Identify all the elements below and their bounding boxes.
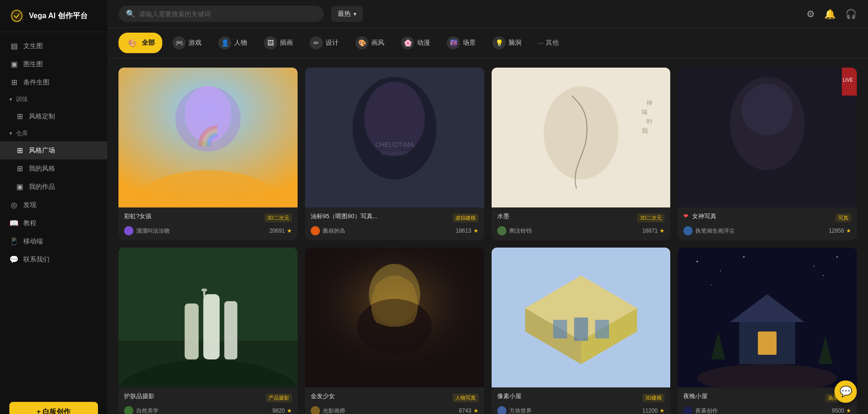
sidebar-item-image-to-image[interactable]: ▣ 图生图 [0,55,107,73]
sidebar-item-style-plaza[interactable]: ⊞ 风格广场 [0,141,107,159]
author-name-3: 阁法铃铛 [509,227,532,235]
author-name-7: 方块世界 [509,407,532,414]
sidebar-section-warehouse[interactable]: ▾ 仓库 [0,125,107,141]
svg-point-46 [837,256,838,258]
sidebar-label-discover: 发现 [23,201,36,209]
category-scene[interactable]: 🌆 场景 [440,34,482,52]
star-icon-8: ★ [846,407,851,414]
create-button[interactable]: + 白板创作 [9,402,98,414]
svg-rect-40 [595,320,609,338]
svg-rect-39 [574,317,588,341]
svg-rect-27 [224,301,237,359]
heart-icon: ❤ [683,213,688,220]
card-footer-7: 像素小屋 3D建模 方块世界 11200 ★ [492,387,671,414]
card-oil-girl[interactable]: ⋯ CHEUDTIMA IKIXONI BCY 油标95（喂图80）写真... … [305,68,484,240]
header-icons: ⚙ 🔔 🎧 [806,8,857,20]
category-game[interactable]: 🎮 游戏 [166,34,208,52]
author-name-5: 自然美学 [136,407,159,414]
category-design[interactable]: ✏ 设计 [303,34,345,52]
sidebar-item-my-works[interactable]: ▣ 我的作品 [0,178,107,196]
condition-icon: ⊞ [9,78,19,87]
cat-anime-icon: 🌸 [401,36,414,49]
card-image-5 [118,248,298,387]
float-chat-button[interactable]: 💬 [834,380,857,403]
search-box[interactable]: 🔍 [118,6,324,22]
search-input[interactable] [139,10,307,18]
card-meta-6: 光影画师 8743 ★ [311,406,479,414]
author-avatar-8 [683,406,693,414]
sidebar-item-tutorial[interactable]: 📖 教程 [0,214,107,232]
cat-paint-label: 画风 [371,39,384,47]
cat-all-icon: 🎨 [126,36,139,49]
card-shuimo[interactable]: ⋯ 禅 味 时 我 水墨 3D二次元 [492,68,671,240]
sidebar-label-contact: 联系我们 [23,255,49,264]
card-author-2: 酱叔的岛 [311,226,345,235]
category-anime[interactable]: 🌸 动漫 [395,34,437,52]
settings-icon[interactable]: ⚙ [806,8,815,20]
sidebar-label-image-to-image: 图生图 [23,60,43,69]
sort-dropdown[interactable]: 最热 ▾ [331,6,363,22]
card-stars-8: 9500 ★ [832,407,851,414]
author-name-1: 溜溜叫洽洽吻 [136,227,170,235]
author-name-6: 光影画师 [323,407,345,414]
card-tag-5: 产品摄影 [266,393,292,402]
sidebar-section-train[interactable]: ▾ 训练 [0,91,107,107]
card-footer-8: 夜晚小屋 场景设计 夜幕创作 9500 ★ [678,387,857,414]
sidebar-label-tutorial: 教程 [23,219,36,228]
card-author-5: 自然美学 [124,406,159,414]
card-blonde-girl[interactable]: ⋯ 金发少女 [305,248,484,414]
card-goddess[interactable]: ⋯ LIVE ❤ 女神写真 [678,68,857,240]
author-avatar-6 [311,406,320,414]
card-title-1: 彩虹?女孩 [124,212,152,221]
card-rainbow-girl[interactable]: ⋯ 🌈 [118,68,298,240]
svg-rect-25 [185,304,199,359]
category-more[interactable]: ··· 其他 [532,36,565,50]
sidebar-item-my-style[interactable]: ⊞ 我的风格 [0,159,107,178]
card-title-row-6: 金发少女 人物写真 [311,392,479,403]
category-bar: 🎨 全部 🎮 游戏 👤 人物 🖼 插画 ✏ 设计 🎨 画风 🌸 [107,28,868,58]
notification-icon[interactable]: 🔔 [824,8,836,20]
sidebar-item-contact[interactable]: 💬 联系我们 [0,250,107,269]
svg-point-44 [743,256,745,258]
card-title-row-4: ❤ 女神写真 写真 [683,212,851,223]
svg-text:时: 时 [646,118,652,125]
svg-text:🌈: 🌈 [196,124,220,147]
stars-count-4: 12856 [829,228,844,234]
star-icon-7: ★ [660,407,665,414]
category-character[interactable]: 👤 人物 [212,34,254,52]
headphones-icon[interactable]: 🎧 [845,8,857,20]
sidebar-item-text-to-image[interactable]: ▤ 文生图 [0,37,107,55]
card-image-2: CHEUDTIMA IKIXONI BCY [305,68,484,207]
card-stars-4: 12856 ★ [829,228,851,234]
star-icon-2: ★ [473,228,479,234]
card-night-house[interactable]: ⋯ [678,248,857,414]
cat-char-icon: 👤 [218,36,231,49]
card-stars-5: 9820 ★ [272,407,292,414]
author-avatar-4 [683,226,693,235]
chevron-train-icon: ▾ [9,96,12,103]
category-paintingstyle[interactable]: 🎨 画风 [349,34,391,52]
category-brainstorm[interactable]: 💡 脑洞 [486,34,528,52]
category-all[interactable]: 🎨 全部 [118,33,162,53]
sidebar-item-mobile[interactable]: 📱 移动端 [0,232,107,250]
chevron-down-icon: ▾ [354,11,356,17]
author-name-2: 酱叔的岛 [323,227,345,235]
sidebar-item-condition-image[interactable]: ⊞ 条件生图 [0,73,107,91]
chevron-warehouse-icon: ▾ [9,130,12,137]
sidebar-logo: Vega AI 创作平台 [0,0,107,32]
sidebar-item-discover[interactable]: ◎ 发现 [0,196,107,214]
card-title-row-3: 水墨 3D二次元 [497,212,665,223]
card-iso-room[interactable]: ⋯ 像素小屋 [492,248,671,414]
svg-text:CHEUDTIMA: CHEUDTIMA [375,141,414,148]
author-avatar-7 [497,406,507,414]
svg-text:IKIXONI BCY: IKIXONI BCY [381,151,409,156]
sidebar-item-style-custom[interactable]: ⊞ 风格定制 [0,107,107,125]
cat-scene-icon: 🌆 [447,36,460,49]
image-to-image-icon: ▣ [9,60,19,69]
sidebar-label-warehouse: 仓库 [16,129,28,138]
category-illustration[interactable]: 🖼 插画 [257,34,299,52]
cat-char-label: 人物 [234,39,247,47]
image-grid-row1: ⋯ 🌈 [118,68,857,240]
card-skincare[interactable]: ⋯ [118,248,298,414]
sidebar-label-style-plaza: 风格广场 [29,146,55,155]
